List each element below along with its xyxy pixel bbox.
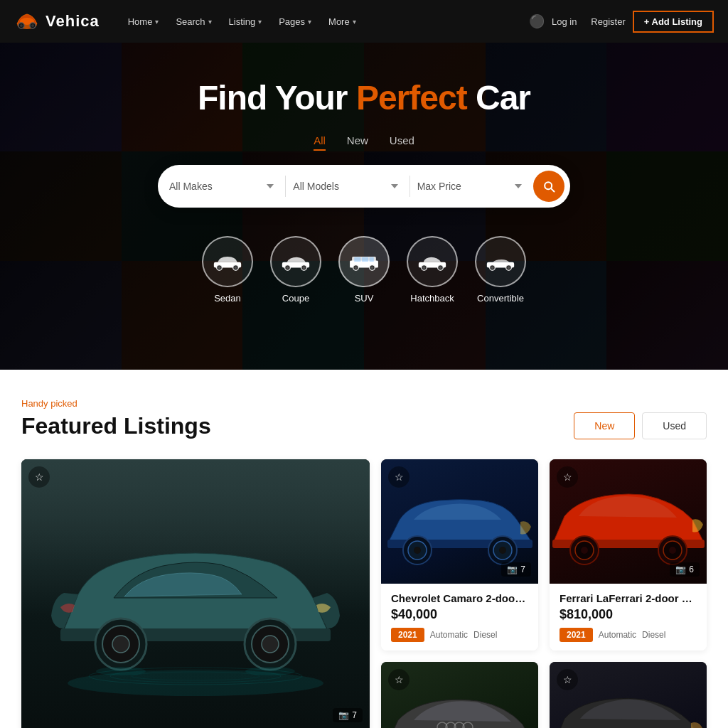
listing-card-ferrari[interactable]: ☆ 📷 6 Ferrari LaFerrari 2-door coupe red… (550, 459, 707, 651)
price-select[interactable]: Max Price (417, 181, 526, 192)
listing-price: $40,000 (391, 607, 528, 622)
car-types: Sedan Coupe (202, 236, 526, 304)
listing-info: Chevrolet Camaro 2-door conve... $40,000… (381, 584, 538, 651)
listing-image-wrap: ☆ 📷 7 (381, 459, 538, 584)
svg-point-39 (112, 636, 129, 653)
filter-new-button[interactable]: New (574, 412, 635, 439)
suv-icon (348, 252, 380, 271)
svg-point-29 (439, 267, 441, 269)
login-link[interactable]: Log in (552, 16, 577, 27)
car-type-convertible[interactable]: Convertible (475, 236, 526, 304)
tab-used[interactable]: Used (390, 134, 414, 151)
listing-card-mercedes[interactable]: ☆ 📷 7 (550, 662, 707, 728)
car-type-suv[interactable]: SUV (338, 236, 390, 304)
listing-card-audi[interactable]: ☆ 📷 7 (381, 662, 538, 728)
camera-icon: 📷 (338, 710, 349, 720)
hatchback-icon (416, 252, 449, 271)
listing-info: Ferrari LaFerrari 2-door coupe red $810,… (550, 584, 707, 651)
chevron-down-icon: ▾ (258, 18, 262, 26)
nav-links: Home ▾ Search ▾ Listing ▾ Pages ▾ More ▾ (121, 11, 529, 33)
convertible-icon (484, 252, 517, 271)
listing-favorite[interactable]: ☆ (28, 466, 50, 488)
listing-transmission: Automatic (430, 630, 468, 640)
coupe-icon (279, 252, 312, 271)
makes-select[interactable]: All Makes (169, 181, 278, 192)
tab-all[interactable]: All (314, 134, 326, 151)
svg-point-51 (414, 547, 421, 554)
svg-point-14 (287, 267, 289, 269)
listing-image-wrap: ☆ 📷 7 (550, 662, 707, 728)
car-type-hatchback[interactable]: Hatchback (407, 236, 458, 304)
featured-header: Handy picked Featured Listings New Used (21, 398, 707, 439)
models-select[interactable]: All Models (293, 181, 402, 192)
listing-favorite[interactable]: ☆ (557, 466, 578, 488)
hero-section: Find Your Perfect Car All New Used All M… (0, 43, 728, 370)
camera-icon: 📷 (507, 564, 518, 574)
listing-card-camaro[interactable]: ☆ 📷 7 Chevrolet Camaro 2-door conve... $… (381, 459, 538, 651)
brand-name: Vehica (46, 12, 100, 31)
hero-title: Find Your Perfect Car (198, 78, 530, 117)
search-divider (410, 176, 410, 197)
car-type-circle (338, 236, 390, 287)
listing-photos-count: 📷 7 (501, 562, 531, 577)
svg-point-3 (20, 24, 23, 27)
logo-icon (14, 9, 40, 34)
car-type-circle (270, 236, 321, 287)
featured-heading: Handy picked Featured Listings (21, 398, 211, 439)
listing-tags: 2021 Automatic Diesel (391, 628, 528, 642)
nav-listing[interactable]: Listing ▾ (222, 11, 269, 33)
car-type-circle (475, 236, 526, 287)
add-listing-button[interactable]: + Add Listing (633, 11, 714, 33)
svg-point-58 (581, 547, 588, 554)
hero-content: Find Your Perfect Car All New Used All M… (0, 43, 728, 304)
svg-point-33 (491, 267, 493, 269)
featured-filters: New Used (574, 412, 707, 439)
svg-rect-22 (354, 257, 360, 262)
nav-search[interactable]: Search ▾ (168, 11, 218, 33)
listing-favorite[interactable]: ☆ (388, 669, 410, 690)
filter-used-button[interactable]: Used (642, 412, 707, 439)
listing-image-wrap: ☆ 📷 6 (550, 459, 707, 584)
svg-point-21 (371, 267, 373, 269)
car-type-label: SUV (355, 293, 374, 304)
car-type-coupe[interactable]: Coupe (270, 236, 321, 304)
listing-image (21, 459, 370, 728)
navbar: Vehica Home ▾ Search ▾ Listing ▾ Pages ▾… (0, 0, 728, 43)
listing-favorite[interactable]: ☆ (388, 466, 410, 488)
listing-title: Chevrolet Camaro 2-door conve... (391, 592, 528, 604)
listing-image-wrap: ☆ 📷 7 (21, 459, 370, 728)
car-type-circle (202, 236, 253, 287)
nav-pages[interactable]: Pages ▾ (272, 11, 318, 33)
listing-photos-count: 📷 7 (333, 708, 363, 722)
svg-rect-24 (370, 257, 374, 262)
nav-right: ⚫ Log in Register + Add Listing (529, 11, 714, 33)
chevron-down-icon: ▾ (208, 18, 212, 26)
featured-label: Handy picked (21, 398, 211, 409)
svg-point-61 (669, 547, 676, 554)
search-divider (285, 176, 286, 197)
user-icon[interactable]: ⚫ (529, 14, 545, 29)
svg-rect-23 (362, 257, 368, 262)
nav-home[interactable]: Home ▾ (121, 11, 166, 33)
listing-transmission: Automatic (599, 630, 636, 640)
featured-section: Handy picked Featured Listings New Used (0, 370, 728, 728)
nav-more[interactable]: More ▾ (321, 11, 363, 33)
car-type-label: Sedan (214, 293, 241, 304)
svg-point-9 (218, 267, 220, 269)
camera-icon: 📷 (675, 564, 686, 574)
car-illustration (21, 473, 370, 708)
search-button[interactable] (533, 171, 564, 202)
listings-grid: ☆ 📷 7 (21, 459, 707, 728)
sedan-icon (211, 252, 244, 271)
register-link[interactable]: Register (591, 16, 625, 27)
logo[interactable]: Vehica (14, 9, 100, 34)
listing-price: $810,000 (560, 607, 697, 622)
listing-favorite[interactable]: ☆ (557, 669, 578, 690)
search-icon (542, 179, 556, 193)
svg-point-20 (355, 267, 357, 269)
car-type-sedan[interactable]: Sedan (202, 236, 253, 304)
tab-new[interactable]: New (347, 134, 368, 151)
svg-point-15 (303, 267, 305, 269)
listing-card-large[interactable]: ☆ 📷 7 (21, 459, 370, 728)
svg-point-34 (508, 267, 510, 269)
